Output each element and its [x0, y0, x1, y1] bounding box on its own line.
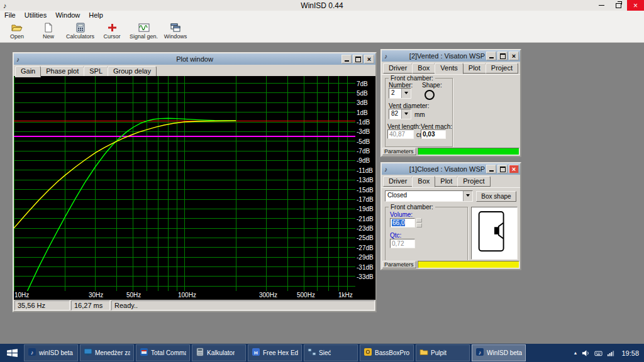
hidden-icons-arrow-icon[interactable]: ▲ — [574, 351, 578, 355]
toolbar-new-button[interactable]: New — [33, 21, 64, 42]
closed-close-button[interactable]: × — [509, 165, 519, 173]
taskbar-button-pulpit[interactable]: Pulpit — [416, 344, 470, 361]
toolbar-calculators-button[interactable]: Calculators — [64, 21, 96, 42]
menu-window[interactable]: Window — [51, 11, 84, 20]
closed-tab-driver[interactable]: Driver — [383, 176, 413, 187]
calculator-icon — [75, 23, 86, 33]
x-axis-label: 100Hz — [178, 292, 196, 299]
toolbar-open-button[interactable]: Open — [1, 21, 33, 42]
network-icon[interactable] — [607, 349, 615, 357]
start-button[interactable] — [0, 344, 24, 362]
note-icon: ♪ — [384, 53, 387, 60]
y-axis-label: -23dB — [357, 225, 374, 232]
svg-text:♪: ♪ — [31, 349, 34, 356]
plot-tab-phase-plot[interactable]: Phase plot — [40, 66, 84, 77]
closed-window-titlebar[interactable]: ♪ [1]Closed : Visaton WSP ... × — [382, 163, 520, 175]
volume-spinner[interactable] — [416, 218, 422, 228]
dropdown-arrow-icon[interactable] — [401, 89, 411, 98]
taskbar-button-kalkulator[interactable]: Kalkulator — [192, 344, 246, 361]
plot-minimize-button[interactable] — [341, 55, 352, 63]
taskbar-clock[interactable]: 19:58 — [621, 349, 639, 357]
vented-maximize-button[interactable] — [497, 52, 508, 60]
dropdown-arrow-icon[interactable] — [463, 191, 472, 201]
volume-field[interactable]: 66,0 — [390, 218, 415, 228]
note-icon: ♪ — [384, 166, 387, 173]
minimize-button[interactable] — [593, 0, 610, 11]
windows-logo-icon — [6, 348, 18, 358]
taskbar-button-winisd-beta[interactable]: ♪WinISD beta — [472, 344, 526, 361]
y-axis-label: 1dB — [357, 109, 368, 116]
dropdown-arrow-icon[interactable] — [401, 109, 411, 119]
y-axis-label: -9dB — [357, 157, 370, 164]
plot-tab-group-delay[interactable]: Group delay — [108, 66, 157, 77]
taskbar: ♪winISD beta p...Menedżer zad...Total Co… — [0, 344, 644, 362]
parameters-button[interactable]: Parameters — [382, 148, 416, 155]
restore-button[interactable] — [610, 0, 627, 11]
plot-tab-spl[interactable]: SPL — [84, 66, 108, 77]
box-type-select[interactable]: Closed — [385, 190, 473, 202]
y-axis-labels: 7dB5dB3dB1dB-1dB-3dB-5dB-7dB-9dB-11dB-13… — [355, 76, 375, 300]
toolbar: OpenNewCalculatorsCursorSignal gen.Windo… — [0, 20, 644, 43]
bassbox-icon — [364, 348, 372, 359]
taskbar-button-free-hex-edit[interactable]: HFree Hex Edit... — [248, 344, 302, 361]
closed-tab-box[interactable]: Box — [412, 176, 435, 187]
taskbar-button-bassboxpro-v[interactable]: BassBoxPro v... — [360, 344, 414, 361]
taskbar-button-sieć[interactable]: Sieć — [304, 344, 358, 361]
keyboard-icon[interactable] — [594, 349, 602, 357]
taskbar-button-menedżer-zad[interactable]: Menedżer zad... — [80, 344, 134, 361]
vented-tab-project[interactable]: Project — [486, 63, 518, 74]
closed-project-window: ♪ [1]Closed : Visaton WSP ... × DriverBo… — [380, 162, 521, 270]
vented-tab-vents[interactable]: Vents — [435, 63, 464, 74]
taskbar-button-total-comma[interactable]: Total Comma... — [136, 344, 190, 361]
vented-minimize-button[interactable] — [486, 52, 496, 60]
menu-utilities[interactable]: Utilities — [20, 11, 51, 20]
closed-maximize-button[interactable] — [497, 165, 508, 173]
vent-length-field[interactable]: 40,87 — [387, 129, 414, 139]
vented-parameter-bar: Parameters — [382, 147, 520, 156]
vent-shape-circle-icon[interactable] — [425, 90, 435, 100]
vent-mach-field[interactable]: 0,03 — [421, 129, 446, 139]
closed-tab-plot[interactable]: Plot — [435, 176, 458, 187]
x-axis-label: 50Hz — [126, 292, 141, 299]
toolbar-cursor-button[interactable]: Cursor — [96, 21, 128, 42]
menu-file[interactable]: File — [0, 11, 20, 20]
y-axis-label: 3dB — [357, 99, 368, 106]
y-axis-label: -31dB — [357, 264, 374, 271]
menu-help[interactable]: Help — [84, 11, 108, 20]
plot-close-button[interactable]: × — [364, 55, 374, 63]
vented-tab-plot[interactable]: Plot — [463, 63, 486, 74]
box-shape-button[interactable]: Box shape — [476, 191, 516, 202]
vent-shape-label: Shape: — [422, 82, 442, 89]
signal-generator-icon — [138, 23, 150, 33]
vented-tab-box[interactable]: Box — [412, 63, 435, 74]
closed-parameter-bar: Parameters — [382, 260, 520, 269]
closed-minimize-button[interactable] — [486, 165, 496, 173]
front-chamber-legend: Front chamber: — [389, 75, 435, 82]
qtc-label: Qtc: — [390, 232, 401, 239]
window-title: WinISD 0.44 — [0, 1, 644, 10]
front-chamber-legend: Front chamber: — [389, 204, 435, 211]
vented-close-button[interactable]: × — [509, 52, 519, 60]
parameters-button[interactable]: Parameters — [382, 261, 416, 268]
taskbar-button-winisd-beta-p[interactable]: ♪winISD beta p... — [24, 344, 78, 361]
toolbar-windows-button[interactable]: Windows — [160, 21, 191, 42]
note-icon: ♪ — [16, 56, 19, 63]
status-cursor-frequency: 35,56 Hz — [14, 300, 70, 310]
y-axis-label: -11dB — [357, 167, 373, 174]
new-document-icon — [43, 23, 54, 33]
toolbar-signal-gen-button[interactable]: Signal gen. — [128, 21, 160, 42]
closed-tab-project[interactable]: Project — [457, 176, 490, 187]
y-axis-label: -33dB — [357, 273, 374, 280]
plot-window-titlebar[interactable]: ♪ Plot window × — [14, 53, 375, 65]
volume-label: Volume: — [390, 211, 413, 218]
vented-window-titlebar[interactable]: ♪ [2]Vented : Visaton WSP ... × — [382, 50, 520, 62]
vent-diameter-select[interactable]: 82 — [389, 109, 411, 119]
close-button[interactable]: × — [627, 0, 644, 11]
plot-maximize-button[interactable] — [353, 55, 363, 63]
x-axis-label: 1kHz — [338, 292, 353, 299]
vent-number-select[interactable]: 2 — [389, 88, 411, 99]
vented-tab-driver[interactable]: Driver — [383, 63, 413, 74]
volume-icon[interactable] — [582, 349, 590, 357]
qtc-field[interactable]: 0,72 — [390, 239, 415, 248]
plot-tab-gain[interactable]: Gain — [15, 66, 41, 77]
